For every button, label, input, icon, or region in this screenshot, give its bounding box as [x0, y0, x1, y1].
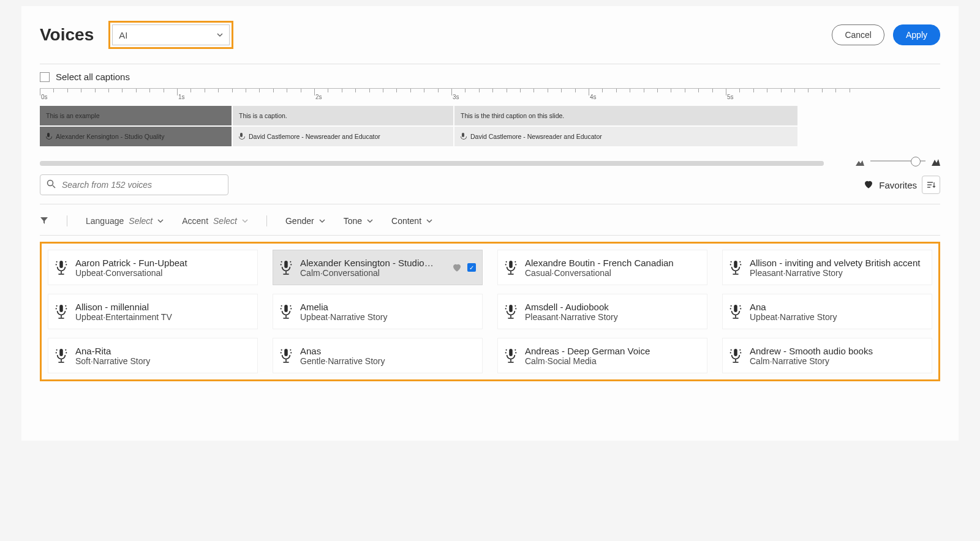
checkbox-icon[interactable] [40, 72, 50, 82]
caption-block[interactable]: This is a caption. [233, 106, 453, 125]
svg-point-47 [506, 305, 507, 307]
svg-line-1 [53, 185, 55, 188]
voice-card[interactable]: AnaUpbeat·Narrative Story [722, 294, 932, 329]
zoom-in-icon[interactable] [932, 157, 940, 165]
svg-point-26 [731, 261, 732, 263]
accent-filter[interactable]: Accent Select [182, 216, 248, 226]
voice-source-highlight: AI [108, 21, 233, 49]
caption-block[interactable]: This is an example [40, 106, 232, 125]
mic-icon [239, 133, 244, 140]
voice-name: Andreas - Deep German Voice [525, 346, 701, 356]
voice-card[interactable]: Andrew - Smooth audio booksCalm·Narrativ… [722, 338, 932, 373]
ruler-mark: 0s [41, 94, 48, 100]
svg-point-56 [730, 308, 731, 309]
voice-tags: Casual·Conversational [525, 268, 701, 278]
ruler-mark: 5s [727, 94, 734, 100]
svg-point-85 [740, 352, 741, 353]
svg-point-43 [290, 308, 292, 309]
voice-tags: Soft·Narrative Story [75, 356, 251, 366]
timeline-zoom [856, 157, 940, 165]
svg-point-42 [281, 308, 282, 309]
ruler-mark: 1s [178, 94, 185, 100]
gender-filter[interactable]: Gender [285, 216, 325, 226]
search-row: Favorites [40, 174, 940, 195]
svg-point-14 [281, 264, 282, 265]
voice-card[interactable]: Aaron Patrick - Fun-UpbeatUpbeat·Convers… [48, 250, 258, 285]
svg-point-33 [56, 305, 58, 307]
svg-rect-86 [734, 349, 737, 356]
voices-panel: Voices AI Cancel Apply [21, 6, 959, 441]
filters-bar: Language Select Accent Select Gender Ton… [40, 204, 940, 233]
voice-name: Allison - millennial [75, 302, 251, 312]
voices-grid-highlight: Aaron Patrick - Fun-UpbeatUpbeat·Convers… [40, 242, 940, 381]
voice-card[interactable]: Alexander Kensington - Studio…Calm·Conve… [273, 250, 483, 285]
svg-point-61 [56, 349, 58, 351]
svg-point-49 [505, 308, 507, 309]
search-input[interactable] [40, 174, 228, 195]
checked-icon[interactable]: ✓ [467, 263, 476, 272]
select-all-captions[interactable]: Select all captions [40, 72, 940, 82]
voice-card[interactable]: AnasGentle·Narrative Story [273, 338, 483, 373]
voice-source-dropdown[interactable]: AI [112, 24, 230, 45]
voice-tags: Pleasant·Narrative Story [750, 268, 925, 278]
timeline-scrollbar[interactable] [40, 161, 824, 166]
svg-rect-44 [284, 305, 288, 312]
voice-name: Anas [300, 346, 476, 356]
mic-icon [279, 304, 293, 319]
mic-icon [55, 259, 68, 275]
svg-point-0 [48, 180, 53, 185]
svg-point-68 [281, 349, 282, 351]
favorite-icon[interactable] [451, 262, 462, 273]
apply-button[interactable]: Apply [893, 24, 940, 45]
chevron-down-icon [426, 218, 432, 224]
voice-card[interactable]: AmeliaUpbeat·Narrative Story [273, 294, 483, 329]
voice-tags: Upbeat·Narrative Story [300, 312, 476, 322]
zoom-slider[interactable] [870, 160, 925, 162]
chevron-down-icon [319, 218, 325, 224]
svg-point-62 [65, 349, 66, 351]
svg-point-7 [56, 264, 57, 265]
svg-point-29 [740, 264, 741, 265]
assigned-voice-block[interactable]: Alexander Kensington - Studio Quality [40, 127, 232, 146]
svg-point-84 [730, 352, 731, 353]
voice-name: Amsdell - Audiobook [525, 302, 701, 312]
assigned-voice-block[interactable]: David Castlemore - Newsreader and Educat… [454, 127, 797, 146]
filter-icon[interactable] [40, 216, 48, 226]
favorites-icon[interactable] [863, 179, 874, 192]
zoom-out-icon[interactable] [856, 157, 864, 165]
favorites-label[interactable]: Favorites [879, 180, 917, 190]
voice-card[interactable]: Allison - inviting and velvety British a… [722, 250, 932, 285]
divider [40, 235, 940, 236]
voice-card[interactable]: Andreas - Deep German VoiceCalm·Social M… [497, 338, 707, 373]
tone-filter[interactable]: Tone [344, 216, 373, 226]
sort-button[interactable] [922, 176, 940, 194]
voice-tags: Gentle·Narrative Story [300, 356, 476, 366]
search-field[interactable] [61, 179, 222, 190]
voice-card[interactable]: Amsdell - AudiobookPleasant·Narrative St… [497, 294, 707, 329]
timeline-ruler[interactable]: 0s1s2s3s4s5s [40, 88, 940, 105]
svg-point-83 [739, 349, 741, 351]
caption-block[interactable]: This is the third caption on this slide. [454, 106, 797, 125]
svg-point-78 [515, 352, 516, 353]
voice-assignment-track: Alexander Kensington - Studio Quality Da… [40, 127, 940, 146]
mic-icon [55, 304, 68, 319]
assigned-voice-block[interactable]: David Castlemore - Newsreader and Educat… [233, 127, 453, 146]
content-filter[interactable]: Content [391, 216, 432, 226]
voice-tags: Pleasant·Narrative Story [525, 312, 701, 322]
cancel-button[interactable]: Cancel [832, 24, 884, 45]
svg-point-36 [66, 308, 67, 309]
mic-icon [461, 133, 466, 140]
svg-point-55 [739, 305, 741, 307]
voice-card[interactable]: Ana-RitaSoft·Narrative Story [48, 338, 258, 373]
svg-point-64 [66, 352, 67, 353]
voice-card[interactable]: Alexandre Boutin - French CanadianCasual… [497, 250, 707, 285]
voice-card[interactable]: Allison - millennialUpbeat·Entertainment… [48, 294, 258, 329]
svg-rect-9 [59, 261, 63, 268]
voice-tags: Calm·Social Media [525, 356, 701, 366]
svg-rect-23 [509, 261, 513, 268]
svg-point-63 [56, 352, 57, 353]
mic-icon [504, 259, 518, 275]
language-filter[interactable]: Language Select [86, 216, 164, 226]
voice-tags: Upbeat·Entertainment TV [75, 312, 251, 322]
svg-point-71 [290, 352, 292, 353]
